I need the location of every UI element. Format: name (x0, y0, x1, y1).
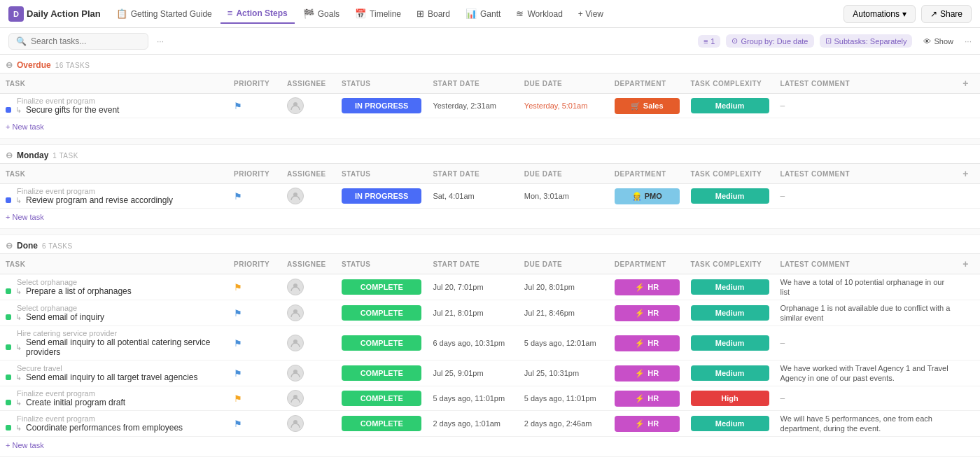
tab-action-steps[interactable]: ≡ Action Steps (220, 4, 295, 24)
new-task-button-overdue[interactable]: + New task (6, 121, 974, 132)
nav-right: Automations ▾ ↗ Share (844, 5, 972, 23)
priority-flag[interactable]: ⚑ (234, 101, 242, 111)
tab-timeline[interactable]: 📅 Timeline (348, 4, 408, 23)
status-badge[interactable]: COMPLETE (342, 279, 421, 295)
filter-badge[interactable]: ≡ 1 (698, 35, 721, 48)
status-badge[interactable]: COMPLETE (342, 335, 421, 351)
complexity-badge[interactable]: High (691, 391, 769, 406)
task-name[interactable]: Send email inquiry to all target travel … (26, 372, 197, 382)
complexity-badge[interactable]: Medium (691, 305, 769, 321)
priority-flag[interactable]: ⚑ (234, 191, 242, 202)
search-icon: 🔍 (16, 36, 27, 46)
dept-badge[interactable]: 🛒 Sales (615, 98, 680, 114)
subtask-name: ↳ Review program and revise accordingly (6, 195, 223, 205)
avatar[interactable] (287, 390, 304, 407)
done-toggle[interactable]: ⊖ (6, 241, 13, 251)
col-header-complexity-done: TASK COMPLEXITY (685, 254, 775, 274)
group-by-button[interactable]: ⊙ Group by: Due date (726, 34, 813, 48)
col-header-assignee-done: ASSIGNEE (281, 254, 336, 274)
avatar[interactable] (287, 365, 304, 382)
tab-workload[interactable]: ≋ Workload (509, 4, 569, 23)
table-row: Finalize event program ↳ Secure gifts fo… (0, 94, 980, 118)
priority-flag[interactable]: ⚑ (234, 393, 242, 404)
avatar[interactable] (287, 415, 304, 432)
complexity-badge[interactable]: Medium (691, 188, 769, 204)
add-view-button[interactable]: + View (571, 5, 610, 23)
priority-flag[interactable]: ⚑ (234, 282, 242, 293)
avatar[interactable] (287, 279, 304, 295)
search-box[interactable]: 🔍 (8, 33, 148, 50)
complexity-badge[interactable]: Medium (691, 279, 769, 295)
parent-task-name: Finalize event program (6, 414, 223, 423)
task-name[interactable]: Send email of inquiry (26, 312, 104, 322)
start-date-cell: 5 days ago, 11:01pm (427, 386, 518, 411)
start-date-cell: 2 days ago, 1:01am (427, 411, 518, 437)
col-header-add[interactable]: + (957, 74, 980, 94)
dept-badge[interactable]: 👷 PMO (615, 188, 680, 204)
col-header-start-mon: START DATE (427, 164, 518, 184)
col-header-due-done: DUE DATE (519, 254, 609, 274)
col-header-complexity: TASK COMPLEXITY (685, 74, 775, 94)
status-badge[interactable]: COMPLETE (342, 365, 421, 381)
automations-button[interactable]: Automations ▾ (844, 5, 916, 23)
project-name: Daily Action Plan (27, 8, 101, 19)
dept-badge[interactable]: ⚡ HR (615, 279, 680, 295)
col-header-add-done[interactable]: + (957, 254, 980, 274)
show-button[interactable]: 👁 Show (918, 35, 959, 48)
toolbar-more-button[interactable]: ··· (965, 36, 972, 46)
due-date: Jul 20, 8:01pm (524, 283, 575, 291)
done-label: Done (17, 241, 38, 251)
complexity-badge[interactable]: Medium (691, 98, 769, 113)
tab-action-steps-label: Action Steps (236, 8, 287, 18)
status-badge[interactable]: IN PROGRESS (342, 188, 421, 204)
complexity-badge[interactable]: Medium (691, 365, 769, 381)
dept-badge[interactable]: ⚡ HR (615, 335, 680, 351)
toolbar-right: ≡ 1 ⊙ Group by: Due date ⊡ Subtasks: Sep… (698, 34, 972, 48)
task-name[interactable]: Send email inquiry to all potential cate… (26, 337, 223, 357)
status-badge[interactable]: COMPLETE (342, 416, 421, 431)
subtasks-button[interactable]: ⊡ Subtasks: Separately (820, 34, 913, 48)
new-task-button-done[interactable]: + New task (6, 440, 974, 451)
comment-cell: – (775, 184, 958, 209)
tab-board[interactable]: ⊞ Board (410, 4, 457, 23)
tab-getting-started[interactable]: 📋 Getting Started Guide (109, 4, 219, 23)
priority-flag[interactable]: ⚑ (234, 338, 242, 349)
avatar[interactable] (287, 335, 304, 351)
tab-goals[interactable]: 🏁 Goals (296, 4, 346, 23)
add-column-button-done[interactable]: + (962, 258, 969, 270)
new-task-button-monday[interactable]: + New task (6, 211, 974, 223)
share-button[interactable]: ↗ Share (921, 5, 972, 23)
dept-emoji: ⚡ (635, 394, 645, 403)
overdue-toggle[interactable]: ⊖ (6, 60, 13, 70)
status-badge[interactable]: COMPLETE (342, 305, 421, 321)
monday-toggle[interactable]: ⊖ (6, 150, 13, 160)
subtask-name: ↳ Send email inquiry to all target trave… (6, 372, 223, 382)
search-input[interactable] (31, 36, 136, 46)
task-name[interactable]: Coordinate performances from employees (26, 423, 183, 433)
priority-flag[interactable]: ⚑ (234, 308, 242, 318)
status-badge[interactable]: IN PROGRESS (342, 98, 421, 113)
add-column-button[interactable]: + (962, 78, 969, 89)
task-name[interactable]: Secure gifts for the event (26, 105, 119, 115)
task-name[interactable]: Create initial program draft (26, 398, 125, 407)
dept-badge[interactable]: ⚡ HR (615, 305, 680, 321)
dept-badge[interactable]: ⚡ HR (615, 365, 680, 382)
more-options-button[interactable]: ··· (154, 35, 167, 48)
dept-badge[interactable]: ⚡ HR (615, 391, 680, 407)
complexity-badge[interactable]: Medium (691, 335, 769, 351)
dept-badge[interactable]: ⚡ HR (615, 416, 680, 432)
col-header-task-done: TASK (0, 254, 228, 274)
task-name[interactable]: Review program and revise accordingly (26, 195, 173, 205)
avatar[interactable] (287, 97, 304, 114)
priority-flag[interactable]: ⚑ (234, 419, 242, 429)
col-header-add-mon[interactable]: + (957, 164, 980, 184)
status-badge[interactable]: COMPLETE (342, 391, 421, 406)
task-name[interactable]: Prepare a list of orphanages (26, 286, 132, 296)
tab-gantt[interactable]: 📊 Gantt (458, 4, 507, 23)
complexity-badge[interactable]: Medium (691, 416, 769, 431)
add-column-button-mon[interactable]: + (962, 168, 969, 179)
comment-cell: – (775, 326, 958, 360)
priority-flag[interactable]: ⚑ (234, 368, 242, 379)
avatar[interactable] (287, 304, 304, 321)
avatar[interactable] (287, 188, 304, 204)
